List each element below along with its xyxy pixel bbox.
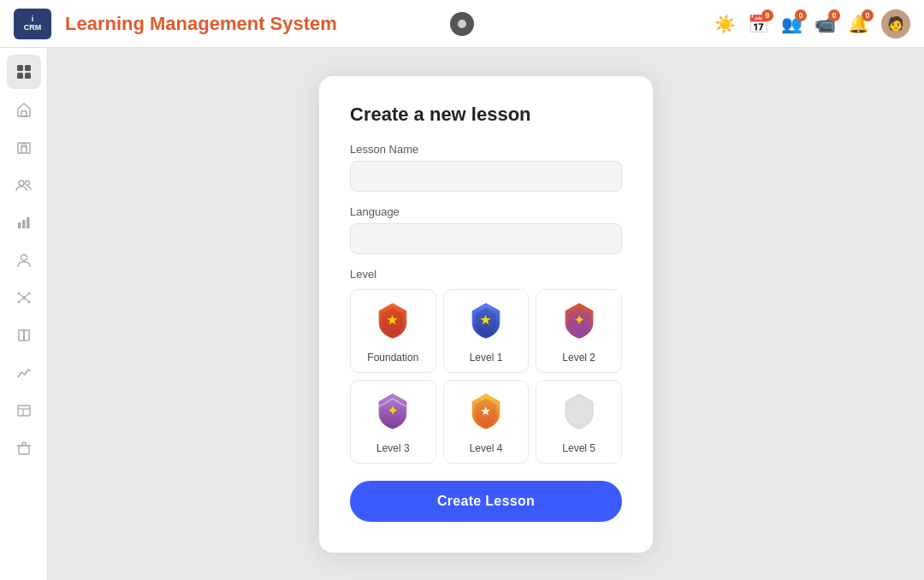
level-card-4[interactable]: ★ Level 4	[443, 380, 530, 464]
level3-icon: ✦	[374, 393, 412, 435]
calendar-icon[interactable]: 📅 9	[748, 14, 769, 34]
sidebar-item-person[interactable]	[7, 243, 41, 277]
svg-rect-23	[18, 405, 30, 416]
svg-point-12	[21, 255, 27, 261]
svg-rect-11	[27, 217, 30, 228]
svg-point-17	[27, 301, 30, 304]
record-button[interactable]	[450, 12, 474, 36]
calendar-badge: 9	[761, 9, 773, 21]
svg-rect-6	[22, 144, 26, 146]
svg-point-7	[19, 181, 24, 186]
svg-rect-3	[25, 73, 31, 79]
level-card-2[interactable]: ✦ Level 2	[536, 289, 622, 373]
foundation-icon: ★	[374, 302, 412, 345]
users-icon[interactable]: 👥 0	[781, 14, 803, 34]
header: iCRM Learning Management System ☀️ 📅 9 👥…	[0, 0, 924, 48]
meetings-badge: 0	[828, 9, 840, 21]
svg-rect-4	[21, 111, 27, 116]
svg-rect-1	[25, 65, 31, 71]
svg-point-16	[17, 301, 20, 304]
record-button-area	[450, 12, 474, 36]
weather-icon[interactable]: ☀️	[714, 14, 736, 34]
foundation-name: Foundation	[367, 352, 418, 364]
level1-icon: ★	[467, 302, 505, 345]
level-card-3[interactable]: ✦ Level 3	[350, 380, 436, 464]
svg-rect-2	[17, 73, 23, 79]
sidebar-item-home[interactable]	[7, 92, 41, 127]
create-lesson-modal: Create a new lesson Lesson Name Language…	[319, 76, 653, 553]
meetings-icon[interactable]: 📹 0	[814, 14, 836, 34]
level-card-1[interactable]: ★ Level 1	[443, 289, 530, 373]
svg-rect-5	[18, 143, 30, 153]
language-label: Language	[350, 205, 622, 218]
language-input[interactable]	[350, 223, 622, 254]
level2-icon: ✦	[560, 302, 598, 345]
level-card-5[interactable]: Level 5	[536, 380, 622, 464]
sidebar-item-book[interactable]	[7, 318, 41, 352]
sidebar-item-table[interactable]	[7, 394, 41, 428]
lesson-name-label: Lesson Name	[350, 143, 622, 156]
svg-line-18	[20, 295, 22, 297]
level3-name: Level 3	[376, 442, 410, 454]
svg-line-21	[25, 299, 27, 301]
svg-text:★: ★	[481, 405, 490, 417]
svg-line-19	[25, 295, 27, 297]
svg-rect-10	[22, 220, 26, 228]
main-layout: Create a new lesson Lesson Name Language…	[0, 48, 924, 580]
level2-name: Level 2	[562, 352, 595, 364]
record-dot	[458, 20, 466, 28]
sidebar-item-chart[interactable]	[7, 205, 41, 240]
svg-point-13	[22, 296, 26, 299]
header-actions: ☀️ 📅 9 👥 0 📹 0 🔔 0 🧑	[714, 9, 910, 38]
level5-icon	[560, 393, 598, 435]
svg-point-14	[17, 293, 20, 295]
avatar[interactable]: 🧑	[881, 9, 910, 38]
level-label: Level	[350, 268, 622, 281]
svg-point-8	[25, 181, 29, 186]
users-badge: 0	[795, 9, 807, 21]
sidebar	[0, 48, 48, 580]
svg-rect-26	[19, 446, 29, 454]
sidebar-item-dashboard[interactable]	[7, 55, 41, 89]
create-lesson-button[interactable]: Create Lesson	[350, 481, 622, 522]
level-grid: ★ Foundation	[350, 289, 622, 464]
svg-text:★: ★	[480, 313, 491, 327]
modal-title: Create a new lesson	[350, 104, 622, 126]
svg-text:✦: ✦	[388, 404, 398, 417]
sidebar-item-analytics[interactable]	[7, 356, 41, 390]
notifications-badge: 0	[862, 9, 874, 21]
svg-point-15	[27, 293, 30, 295]
level-card-foundation[interactable]: ★ Foundation	[350, 289, 436, 373]
svg-text:★: ★	[388, 313, 399, 327]
level4-icon: ★	[467, 393, 505, 435]
logo-text: iCRM	[24, 15, 42, 33]
lesson-name-input[interactable]	[350, 161, 622, 192]
svg-rect-9	[18, 222, 21, 228]
sidebar-item-building[interactable]	[7, 130, 41, 164]
logo[interactable]: iCRM	[14, 9, 51, 39]
level1-name: Level 1	[470, 352, 503, 364]
svg-rect-0	[17, 65, 23, 71]
sidebar-item-group[interactable]	[7, 168, 41, 202]
notifications-icon[interactable]: 🔔 0	[848, 14, 869, 34]
sidebar-item-network[interactable]	[7, 281, 41, 315]
sidebar-item-box[interactable]	[7, 431, 41, 465]
level5-name: Level 5	[562, 442, 595, 454]
page-title: Learning Management System	[65, 13, 337, 35]
svg-line-20	[20, 299, 22, 301]
main-content: Create a new lesson Lesson Name Language…	[48, 48, 924, 580]
svg-text:✦: ✦	[574, 313, 584, 327]
level4-name: Level 4	[470, 442, 503, 454]
